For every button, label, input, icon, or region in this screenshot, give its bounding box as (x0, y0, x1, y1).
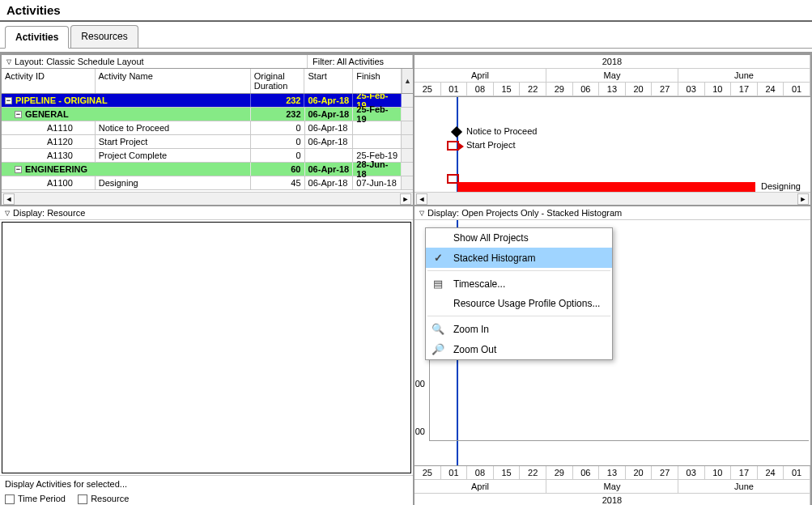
cell-id: A1130 (2, 149, 96, 162)
display-dropdown[interactable]: ▽ Display: Resource (0, 206, 413, 220)
resource-display-panel: ▽ Display: Resource Display Activities f… (0, 206, 415, 505)
arrow-right-icon (458, 142, 464, 151)
tab-resources[interactable]: Resources (70, 25, 138, 48)
footer-title: Display Activities for selected... (5, 479, 408, 489)
wbs-row-pipeline[interactable]: −PIPELINE - ORIGINAL 232 06-Apr-18 25-Fe… (2, 94, 413, 108)
timescale-cell: April (415, 69, 546, 82)
timescale-cell: May (546, 480, 678, 493)
collapse-icon[interactable]: − (5, 97, 12, 104)
timescale-cell: May (546, 69, 678, 82)
cell-name: Designing (96, 176, 251, 189)
cell-name: Start Project (96, 135, 251, 148)
scroll-right-icon[interactable]: ► (797, 193, 809, 205)
timescale-cell: 03 (678, 466, 705, 479)
wbs-label: PIPELINE - ORIGINAL (15, 95, 108, 105)
timescale-cell: 08 (467, 466, 494, 479)
chevron-down-icon: ▽ (6, 58, 11, 66)
cell-dur: 45 (251, 176, 305, 189)
scroll-right-icon[interactable]: ► (400, 193, 411, 205)
menu-separator (427, 270, 610, 271)
menu-label: Stacked Histogram (453, 252, 535, 264)
gantt-body[interactable]: Notice to Proceed Start Project Designin… (415, 97, 810, 192)
cell-start (305, 149, 354, 162)
cell-id: A1110 (2, 121, 96, 134)
menu-zoom-out[interactable]: 🔎 Zoom Out (426, 339, 612, 359)
scrollbar-track[interactable] (402, 121, 413, 134)
collapse-icon[interactable]: − (15, 111, 22, 118)
menu-stacked-histogram[interactable]: ✓ Stacked Histogram (426, 248, 612, 268)
y-axis-label: 1,800.00 (415, 379, 425, 388)
checkbox-resource[interactable]: Resource (78, 494, 129, 503)
col-finish[interactable]: Finish (353, 69, 402, 93)
resource-list[interactable] (2, 222, 411, 473)
timescale-cell: 03 (678, 83, 705, 95)
column-headers: Activity ID Activity Name Original Durat… (2, 69, 413, 94)
wbs-row-engineering[interactable]: −ENGINEERING 60 06-Apr-18 28-Jun-18 (2, 163, 413, 176)
chevron-up-icon: ▲ (404, 77, 411, 85)
col-activity-name[interactable]: Activity Name (96, 69, 251, 93)
collapse-icon[interactable]: − (15, 166, 22, 173)
checkbox-icon (5, 494, 15, 504)
timescale-cell: 15 (494, 466, 521, 479)
timescale-cell: 25 (415, 466, 441, 479)
layout-label: Layout: Classic Schedule Layout (15, 57, 144, 66)
gantt-scrollbar[interactable]: ◄ ► (415, 192, 810, 205)
scrollbar-track[interactable] (402, 176, 413, 189)
scroll-left-icon[interactable]: ◄ (3, 193, 15, 205)
scroll-left-icon[interactable]: ◄ (416, 193, 427, 205)
timescale[interactable]: 2018 AprilMayJune 2501081522290613202703… (415, 55, 810, 97)
cell-finish: 25-Feb-19 (353, 108, 402, 121)
activity-row[interactable]: A1130 Project Complete 0 25-Feb-19 (2, 149, 413, 163)
scrollbar-track[interactable] (402, 149, 413, 162)
activity-row[interactable]: A1100 Designing 45 06-Apr-18 07-Jun-18 (2, 176, 413, 190)
cell-start: 06-Apr-18 (305, 108, 354, 121)
scrollbar-track[interactable] (402, 163, 413, 176)
timescale-icon: ▤ (431, 278, 445, 290)
wbs-label: ENGINEERING (25, 164, 87, 174)
horizontal-scrollbar[interactable]: ◄ ► (2, 192, 413, 205)
activity-row[interactable]: A1110 Notice to Proceed 0 06-Apr-18 (2, 121, 413, 135)
scroll-up-button[interactable]: ▲ (402, 69, 413, 93)
cell-name: Project Complete (96, 149, 251, 162)
gantt-bar-label: Notice to Proceed (466, 126, 537, 136)
histogram-display-dropdown[interactable]: ▽ Display: Open Projects Only - Stacked … (415, 206, 810, 220)
menu-show-all-projects[interactable]: Show All Projects (426, 228, 612, 248)
timescale-cell: June (678, 480, 810, 493)
scrollbar-track[interactable] (402, 94, 413, 107)
cell-id: A1100 (2, 176, 96, 189)
cell-finish: 28-Jun-18 (353, 163, 402, 176)
timescale-cell: 29 (546, 466, 573, 479)
cell-dur: 232 (251, 94, 305, 107)
checkbox-label: Time Period (18, 494, 66, 503)
checkbox-time-period[interactable]: Time Period (5, 494, 66, 503)
wbs-row-general[interactable]: −GENERAL 232 06-Apr-18 25-Feb-19 (2, 108, 413, 121)
timescale-cell: April (415, 480, 546, 493)
tab-activities[interactable]: Activities (5, 26, 69, 49)
timescale-cell: 01 (784, 83, 810, 95)
display-footer: Display Activities for selected... Time … (0, 475, 413, 505)
menu-zoom-in[interactable]: 🔍 Zoom In (426, 319, 612, 339)
timescale-cell: 22 (520, 466, 546, 479)
cell-dur: 60 (251, 163, 305, 176)
col-activity-id[interactable]: Activity ID (2, 69, 96, 93)
menu-separator (427, 316, 610, 316)
y-axis-label: 900.00 (415, 426, 425, 436)
scrollbar-track[interactable] (402, 108, 413, 121)
menu-profile-options[interactable]: Resource Usage Profile Options... (426, 294, 612, 313)
col-original-duration[interactable]: Original Duration (251, 69, 305, 93)
activity-row[interactable]: A1120 Start Project 0 06-Apr-18 (2, 135, 413, 149)
cell-id: A1120 (2, 135, 96, 148)
filter-label: Filter: All Activities (312, 57, 384, 66)
wbs-label: GENERAL (25, 109, 69, 119)
histogram-timescale[interactable]: 250108152229061320270310172401 AprilMayJ… (415, 465, 810, 505)
layout-dropdown[interactable]: ▽ Layout: Classic Schedule Layout (2, 55, 308, 68)
menu-timescale[interactable]: ▤ Timescale... (426, 274, 612, 294)
scrollbar-track[interactable] (402, 135, 413, 148)
filter-display[interactable]: Filter: All Activities (308, 55, 413, 68)
timescale-cell: 25 (415, 83, 441, 95)
cell-start: 06-Apr-18 (305, 163, 354, 176)
display-header-label: Display: Resource (13, 208, 85, 218)
gantt-bar[interactable] (457, 182, 755, 192)
zoom-out-icon: 🔎 (431, 343, 445, 355)
col-start[interactable]: Start (304, 69, 353, 93)
